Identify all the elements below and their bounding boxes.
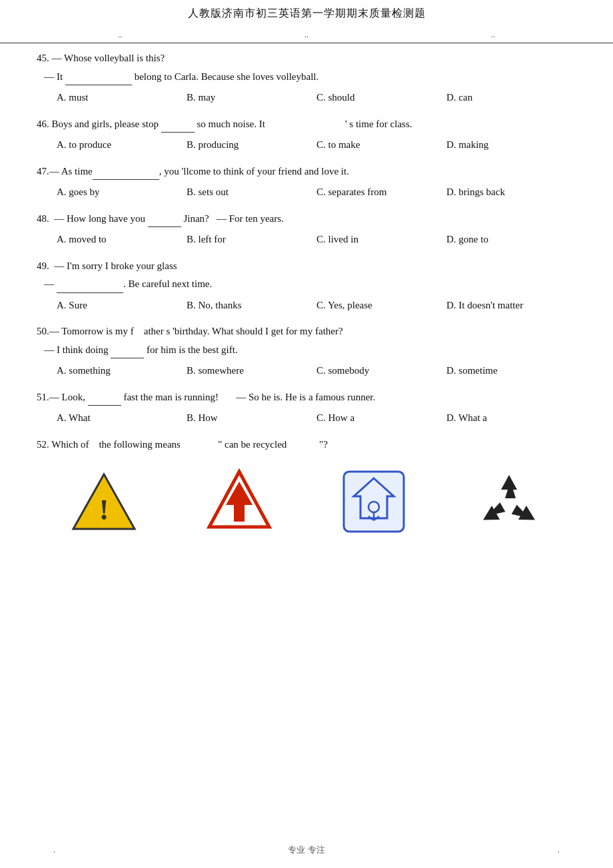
question-52: 52. Which of the following means " can b… — [37, 436, 576, 539]
icon-red-triangle — [199, 465, 279, 538]
q49-optC: C. Yes, please — [316, 297, 446, 314]
q47-optB: B. sets out — [187, 184, 316, 201]
header-field-1: .. — [27, 29, 213, 41]
header-field-3: .. — [400, 29, 586, 41]
q46-optB: B. producing — [187, 137, 316, 154]
q45-optB: B. may — [187, 89, 316, 107]
svg-text:!: ! — [99, 494, 109, 526]
q49-stem2: — . Be careful next time. — [37, 276, 576, 293]
q46-options: A. to produce B. producing C. to make D.… — [57, 137, 576, 154]
q50-stem2: — I think doing for him is the best gift… — [37, 342, 576, 359]
q49-stem1: 49. — I'm sorry I broke your glass — [37, 258, 576, 275]
recycle-svg — [476, 472, 542, 532]
q48-optB: B. left for — [187, 231, 316, 248]
svg-marker-11 — [510, 502, 538, 527]
q45-optC: C. should — [316, 89, 446, 107]
q49-optD: D. It doesn't matter — [446, 297, 576, 314]
q48-optA: A. moved to — [57, 231, 187, 248]
q47-stem1: 47.— As time, you 'llcome to think of yo… — [37, 163, 576, 181]
q51-optD: D. What a — [446, 410, 576, 427]
house-hand-svg — [340, 468, 407, 535]
q51-optB: B. How — [187, 410, 316, 427]
question-46: 46. Boys and girls, please stop so much … — [37, 116, 576, 154]
q45-optA: A. must — [57, 89, 187, 107]
q50-options: A. something B. somewhere C. somebody D.… — [57, 362, 576, 380]
q51-optA: A. What — [57, 410, 187, 427]
q51-options: A. What B. How C. How a D. What a — [57, 410, 576, 427]
footer-left: . — [53, 845, 55, 855]
q49-options: A. Sure B. No, thanks C. Yes, please D. … — [57, 297, 576, 314]
q48-stem1: 48. — How long have you Jinan? — For ten… — [37, 211, 576, 228]
footer: . 专业 专注 . — [0, 839, 613, 861]
question-47: 47.— As time, you 'llcome to think of yo… — [37, 163, 576, 201]
q50-optD: D. sometime — [446, 362, 576, 380]
q52-stem1: 52. Which of the following means " can b… — [37, 436, 576, 454]
header-field-2: .. — [213, 29, 400, 41]
icon-recycle — [469, 465, 549, 538]
q46-optC: C. to make — [316, 137, 446, 154]
q47-optD: D. brings back — [446, 184, 576, 201]
red-triangle-svg — [206, 468, 273, 535]
svg-marker-12 — [479, 502, 507, 527]
svg-marker-10 — [501, 475, 517, 498]
q50-stem1: 50.— Tomorrow is my f ather s 'birthday.… — [37, 323, 576, 340]
q47-optC: C. separates from — [316, 184, 446, 201]
q50-optA: A. something — [57, 362, 187, 380]
icon-warning-triangle: ! — [64, 465, 144, 538]
q50-optB: B. somewhere — [187, 362, 316, 380]
question-45: 45. — Whose volleyball is this? — It bel… — [37, 50, 576, 107]
q51-stem1: 51.— Look, fast the man is running! — So… — [37, 389, 576, 406]
q47-options: A. goes by B. sets out C. separates from… — [57, 184, 576, 201]
q46-optA: A. to produce — [57, 137, 187, 154]
q52-icons: ! — [37, 465, 576, 538]
q47-optA: A. goes by — [57, 184, 187, 201]
q45-options: A. must B. may C. should D. can — [57, 89, 576, 107]
question-50: 50.— Tomorrow is my f ather s 'birthday.… — [37, 323, 576, 380]
q49-optB: B. No, thanks — [187, 297, 316, 314]
footer-center: 专业 专注 — [288, 844, 324, 856]
q45-stem2: — It belong to Carla. Because she loves … — [37, 69, 576, 86]
q45-optD: D. can — [446, 89, 576, 107]
q46-stem1: 46. Boys and girls, please stop so much … — [37, 116, 576, 133]
page-title: 人教版济南市初三英语第一学期期末质量检测题 — [0, 0, 613, 24]
footer-right: . — [558, 845, 560, 855]
q51-optC: C. How a — [316, 410, 446, 427]
question-49: 49. — I'm sorry I broke your glass — . B… — [37, 258, 576, 314]
q46-optD: D. making — [446, 137, 576, 154]
q49-optA: A. Sure — [57, 297, 187, 314]
question-51: 51.— Look, fast the man is running! — So… — [37, 389, 576, 427]
q48-optC: C. lived in — [316, 231, 446, 248]
question-48: 48. — How long have you Jinan? — For ten… — [37, 211, 576, 248]
icon-house-hand — [334, 465, 414, 538]
content-area: 45. — Whose volleyball is this? — It bel… — [0, 43, 613, 552]
q50-optC: C. somebody — [316, 362, 446, 380]
header-fields: .. .. .. — [0, 24, 613, 43]
warning-triangle-svg: ! — [71, 472, 137, 532]
q48-options: A. moved to B. left for C. lived in D. g… — [57, 231, 576, 248]
q48-optD: D. gone to — [446, 231, 576, 248]
q45-stem1: 45. — Whose volleyball is this? — [37, 50, 576, 67]
